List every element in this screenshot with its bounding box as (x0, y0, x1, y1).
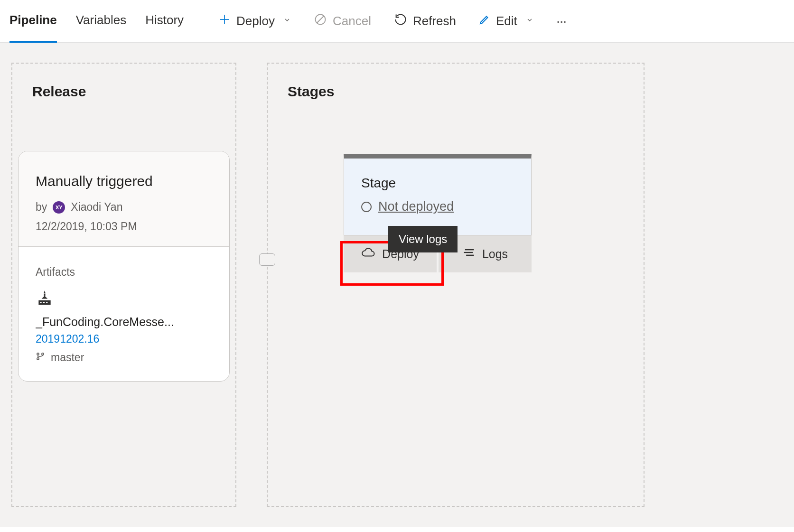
artifact-branch: master (36, 351, 212, 364)
tab-history[interactable]: History (145, 0, 184, 43)
stage-area: Stage Not deployed Deploy Logs (268, 151, 644, 272)
release-timestamp: 12/2/2019, 10:03 PM (36, 220, 212, 233)
cancel-icon (314, 13, 327, 29)
artifacts-label: Artifacts (36, 266, 212, 279)
refresh-button[interactable]: Refresh (394, 13, 456, 29)
cancel-button: Cancel (314, 13, 371, 29)
stage-logs-label: Logs (482, 247, 508, 261)
deploy-button[interactable]: Deploy (218, 13, 291, 29)
more-button[interactable]: ··· (556, 12, 566, 30)
artifact-name: _FunCoding.CoreMesse... (36, 315, 212, 329)
stage-status-text: Not deployed (378, 199, 454, 214)
branch-icon (36, 351, 45, 364)
release-trigger: Manually triggered (36, 173, 212, 189)
edit-button[interactable]: Edit (479, 14, 533, 28)
logs-icon (462, 246, 476, 262)
refresh-icon (394, 13, 407, 29)
chevron-down-icon (526, 16, 533, 26)
stages-title: Stages (268, 84, 644, 100)
svg-line-3 (317, 16, 324, 23)
release-card[interactable]: Manually triggered by XY Xiaodi Yan 12/2… (18, 151, 230, 382)
artifact-version[interactable]: 20191202.16 (36, 333, 212, 345)
release-artifacts: Artifacts _FunCoding.CoreMesse... 201912… (19, 247, 229, 381)
artifact-icon (36, 289, 212, 309)
release-title: Release (12, 84, 235, 100)
toolbar: Pipeline Variables History Deploy Cancel… (0, 0, 794, 43)
canvas: Release Manually triggered by XY Xiaodi … (0, 43, 794, 527)
svg-point-6 (42, 353, 44, 355)
stage-card[interactable]: Stage Not deployed (344, 154, 532, 235)
plus-icon (218, 13, 231, 29)
svg-point-4 (37, 353, 39, 355)
by-label: by (36, 201, 47, 214)
tab-pipeline[interactable]: Pipeline (9, 0, 57, 43)
tabs: Pipeline Variables History (9, 0, 184, 43)
edit-icon (479, 14, 490, 28)
user-name: Xiaodi Yan (71, 201, 122, 214)
cancel-label: Cancel (333, 14, 371, 28)
tab-variables[interactable]: Variables (76, 0, 126, 43)
deploy-label: Deploy (236, 14, 275, 28)
avatar: XY (53, 201, 65, 214)
branch-name: master (51, 351, 84, 364)
release-summary: Manually triggered by XY Xiaodi Yan 12/2… (19, 151, 229, 247)
chevron-down-icon (283, 16, 291, 26)
svg-point-5 (37, 358, 39, 360)
tooltip: View logs (388, 226, 458, 252)
stage-status[interactable]: Not deployed (361, 199, 514, 214)
edit-label: Edit (496, 14, 517, 28)
release-author: by XY Xiaodi Yan (36, 201, 212, 214)
stage-name: Stage (361, 176, 514, 191)
cloud-icon (361, 245, 375, 262)
release-panel: Release Manually triggered by XY Xiaodi … (11, 63, 236, 507)
refresh-label: Refresh (413, 14, 456, 28)
stages-panel: Stages Stage Not deployed Deploy (267, 63, 645, 507)
toolbar-divider (201, 10, 201, 33)
circle-icon (361, 202, 372, 212)
